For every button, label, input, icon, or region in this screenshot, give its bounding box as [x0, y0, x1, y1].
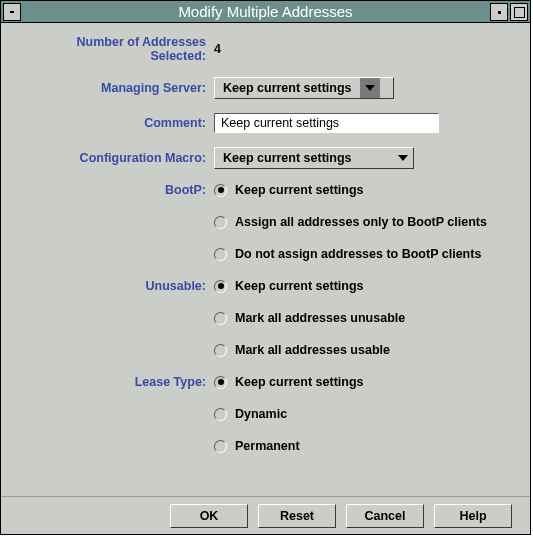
radio-label-unusable-0: Keep current settings [235, 279, 364, 293]
radio-label-unusable-2: Mark all addresses usable [235, 343, 390, 357]
row-unusable-1: Mark all addresses unusable [19, 311, 512, 325]
radio-unusable-keep[interactable] [214, 280, 227, 293]
row-bootp-1: Assign all addresses only to BootP clien… [19, 215, 512, 229]
cancel-button[interactable]: Cancel [346, 504, 424, 528]
label-bootp: BootP: [19, 183, 214, 197]
comment-input-value: Keep current settings [221, 116, 339, 130]
radio-bootp-do-not-assign[interactable] [214, 248, 227, 261]
window-title: Modify Multiple Addresses [1, 3, 530, 20]
label-lease: Lease Type: [19, 375, 214, 389]
row-lease-1: Dynamic [19, 407, 512, 421]
label-config-macro: Configuration Macro: [19, 151, 214, 165]
chevron-down-icon [393, 148, 413, 168]
ok-button[interactable]: OK [170, 504, 248, 528]
row-lease-0: Lease Type: Keep current settings [19, 375, 512, 389]
radio-label-lease-2: Permanent [235, 439, 300, 453]
radio-lease-dynamic[interactable] [214, 408, 227, 421]
radio-label-bootp-1: Assign all addresses only to BootP clien… [235, 215, 487, 229]
radio-bootp-assign-only[interactable] [214, 216, 227, 229]
config-macro-selected: Keep current settings [215, 151, 393, 165]
radio-bootp-keep[interactable] [214, 184, 227, 197]
button-bar: OK Reset Cancel Help [1, 496, 530, 534]
row-lease-2: Permanent [19, 439, 512, 453]
label-address-count: Number of Addresses Selected: [19, 35, 214, 63]
managing-server-dropdown[interactable]: Keep current settings [214, 77, 394, 99]
row-bootp-2: Do not assign addresses to BootP clients [19, 247, 512, 261]
radio-label-bootp-2: Do not assign addresses to BootP clients [235, 247, 481, 261]
reset-button[interactable]: Reset [258, 504, 336, 528]
help-button[interactable]: Help [434, 504, 512, 528]
svg-marker-1 [398, 155, 408, 161]
radio-label-lease-1: Dynamic [235, 407, 287, 421]
chevron-down-icon [360, 78, 380, 98]
label-comment: Comment: [19, 116, 214, 130]
titlebar: Modify Multiple Addresses [1, 1, 530, 23]
row-config-macro: Configuration Macro: Keep current settin… [19, 147, 512, 169]
maximize-button[interactable] [510, 3, 528, 21]
row-managing-server: Managing Server: Keep current settings [19, 77, 512, 99]
config-macro-dropdown[interactable]: Keep current settings [214, 147, 414, 169]
radio-unusable-mark-unusable[interactable] [214, 312, 227, 325]
managing-server-selected: Keep current settings [215, 81, 360, 95]
radio-label-unusable-1: Mark all addresses unusable [235, 311, 405, 325]
dialog-content: Number of Addresses Selected: 4 Managing… [1, 23, 530, 496]
row-unusable-0: Unusable: Keep current settings [19, 279, 512, 293]
label-managing-server: Managing Server: [19, 81, 214, 95]
value-address-count: 4 [214, 42, 221, 56]
radio-lease-permanent[interactable] [214, 440, 227, 453]
dialog-window: Modify Multiple Addresses Number of Addr… [0, 0, 531, 535]
svg-marker-0 [365, 85, 375, 91]
radio-label-lease-0: Keep current settings [235, 375, 364, 389]
radio-label-bootp-0: Keep current settings [235, 183, 364, 197]
window-controls [490, 3, 528, 21]
row-bootp-0: BootP: Keep current settings [19, 183, 512, 197]
minimize-button[interactable] [490, 3, 508, 21]
radio-lease-keep[interactable] [214, 376, 227, 389]
label-unusable: Unusable: [19, 279, 214, 293]
radio-unusable-mark-usable[interactable] [214, 344, 227, 357]
comment-input[interactable]: Keep current settings [214, 113, 439, 133]
window-menu-button[interactable] [3, 3, 21, 21]
row-unusable-2: Mark all addresses usable [19, 343, 512, 357]
row-comment: Comment: Keep current settings [19, 113, 512, 133]
row-address-count: Number of Addresses Selected: 4 [19, 35, 512, 63]
